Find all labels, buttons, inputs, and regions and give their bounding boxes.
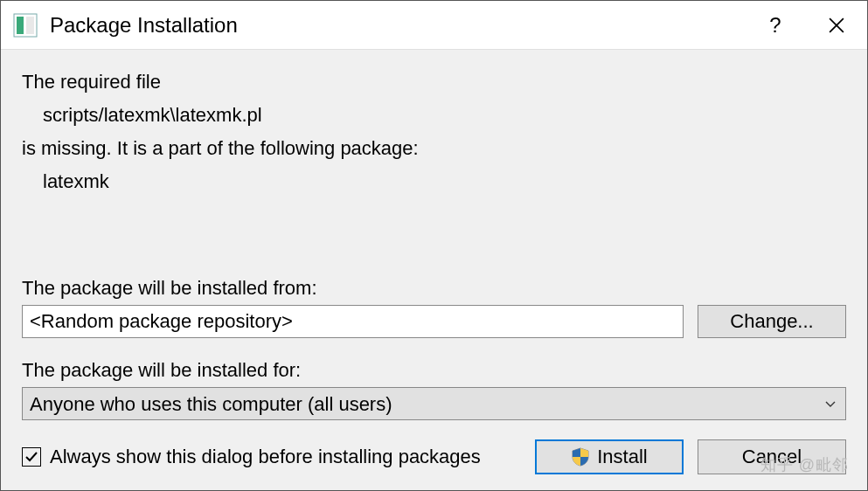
cancel-button[interactable]: Cancel	[698, 439, 846, 474]
change-button-label: Change...	[730, 310, 813, 333]
close-button[interactable]	[806, 1, 867, 50]
title-controls: ?	[745, 1, 867, 49]
help-button[interactable]: ?	[745, 1, 806, 50]
message-line-3: is missing. It is a part of the followin…	[22, 137, 846, 160]
target-label: The package will be installed for:	[22, 359, 846, 382]
cancel-button-label: Cancel	[742, 446, 802, 468]
install-button[interactable]: Install	[535, 439, 684, 474]
svg-rect-1	[17, 17, 24, 34]
message-filepath: scripts/latexmk\latexmk.pl	[43, 104, 846, 127]
dialog-content: The required file scripts/latexmk\latexm…	[1, 50, 867, 490]
package-installation-dialog: Package Installation ? The required file…	[0, 0, 868, 491]
change-button[interactable]: Change...	[698, 305, 846, 338]
always-show-checkbox-wrap[interactable]: Always show this dialog before installin…	[22, 446, 521, 468]
always-show-label: Always show this dialog before installin…	[50, 446, 481, 468]
install-button-label: Install	[597, 446, 647, 468]
message-package-name: latexmk	[43, 170, 846, 193]
dialog-title: Package Installation	[50, 13, 745, 38]
shield-icon	[571, 447, 590, 467]
titlebar: Package Installation ?	[1, 1, 867, 50]
app-icon	[13, 13, 38, 38]
bottom-row: Always show this dialog before installin…	[22, 439, 846, 474]
target-select[interactable]: Anyone who uses this computer (all users…	[22, 387, 846, 420]
always-show-checkbox[interactable]	[22, 447, 41, 467]
source-input[interactable]	[22, 305, 684, 338]
svg-rect-2	[26, 17, 34, 34]
message-line-1: The required file	[22, 71, 846, 93]
target-select-wrap: Anyone who uses this computer (all users…	[22, 387, 846, 420]
source-row: Change...	[22, 305, 846, 338]
source-label: The package will be installed from:	[22, 277, 846, 300]
